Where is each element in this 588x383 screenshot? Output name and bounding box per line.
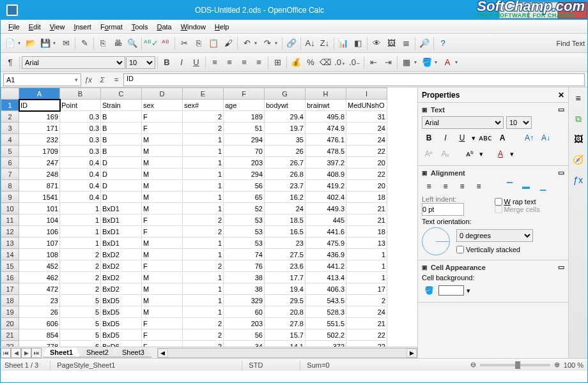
cell[interactable]: 5 — [60, 295, 101, 306]
collapse-icon[interactable]: ▣ — [422, 264, 428, 271]
preview-icon[interactable]: 🔍 — [125, 36, 139, 50]
cell[interactable]: F — [142, 214, 183, 226]
col-header-C[interactable]: C — [101, 88, 142, 100]
cell[interactable]: 70 — [224, 146, 265, 157]
cell[interactable]: M — [142, 203, 183, 214]
cell[interactable]: 24 — [346, 134, 387, 146]
cell[interactable]: 16.2 — [265, 192, 306, 203]
cell-bg-icon[interactable]: 🪣 — [422, 283, 436, 297]
cell[interactable]: 2 — [60, 260, 101, 272]
cell[interactable]: 475.9 — [306, 237, 346, 249]
cell[interactable]: D — [101, 157, 142, 169]
align-justify-icon[interactable]: ≡ — [252, 56, 266, 70]
new-doc-icon[interactable]: 📄 — [3, 36, 17, 50]
cell[interactable]: F — [142, 226, 183, 237]
cell[interactable]: MedUNshO — [346, 100, 387, 111]
left-indent-input[interactable] — [422, 203, 464, 216]
row-header-7[interactable]: 7 — [1, 169, 19, 180]
cell[interactable]: BxD1 — [101, 237, 142, 249]
cell[interactable]: B — [101, 146, 142, 157]
cell[interactable]: 108 — [19, 249, 60, 260]
add-decimal-icon[interactable]: .0₊ — [333, 56, 347, 70]
cell[interactable]: 53 — [224, 214, 265, 226]
navigator-icon[interactable]: 👁 — [369, 36, 383, 50]
cell[interactable]: M — [142, 249, 183, 260]
cell[interactable]: 21 — [346, 318, 387, 329]
cell[interactable]: 402.4 — [306, 192, 346, 203]
sb-grow-button[interactable]: A↑ — [522, 131, 536, 145]
cell[interactable]: 397.2 — [306, 157, 346, 169]
cell[interactable]: 22 — [346, 146, 387, 157]
cell[interactable]: 1 — [183, 295, 224, 306]
cell[interactable]: 76 — [224, 260, 265, 272]
cell[interactable]: 20 — [346, 157, 387, 169]
cell[interactable]: 0.4 — [60, 180, 101, 192]
sb-align-right-icon[interactable]: ≡ — [455, 179, 469, 193]
cell[interactable]: 1 — [60, 214, 101, 226]
cell[interactable]: 1 — [183, 272, 224, 283]
cell[interactable]: F — [142, 123, 183, 134]
borders-icon[interactable]: ▦ — [399, 56, 414, 70]
sb-italic-button[interactable]: I — [438, 131, 453, 145]
cell[interactable]: 778 — [19, 341, 60, 347]
cell[interactable]: 107 — [19, 237, 60, 249]
cell[interactable]: 23.6 — [265, 260, 306, 272]
row-header-15[interactable]: 15 — [1, 260, 19, 272]
cell[interactable]: 24 — [346, 306, 387, 318]
cell[interactable]: B — [101, 134, 142, 146]
cell[interactable]: 56 — [224, 329, 265, 341]
italic-button[interactable]: I — [174, 56, 189, 70]
underline-button[interactable]: U — [189, 56, 203, 70]
maximize-button[interactable]: ❐ — [529, 2, 558, 19]
cell[interactable]: 449.3 — [306, 203, 346, 214]
row-header-10[interactable]: 10 — [1, 203, 19, 214]
print-icon[interactable]: 🖶 — [111, 36, 125, 50]
cell[interactable]: 413.4 — [306, 272, 346, 283]
align-left-icon[interactable]: ≡ — [208, 56, 222, 70]
cell[interactable]: 29.5 — [265, 295, 306, 306]
save-icon[interactable]: 💾 — [38, 36, 52, 50]
cell[interactable]: 1 — [346, 260, 387, 272]
cell[interactable]: 22 — [346, 169, 387, 180]
cell[interactable]: 52 — [224, 203, 265, 214]
sheet-tab-sheet1[interactable]: Sheet1 — [43, 348, 80, 357]
cell[interactable]: BxD5 — [101, 318, 142, 329]
cell[interactable]: 372 — [306, 341, 346, 347]
cell[interactable]: 13 — [346, 237, 387, 249]
sb-align-center-icon[interactable]: ≡ — [438, 179, 453, 193]
cell[interactable]: 441.6 — [306, 226, 346, 237]
cell[interactable]: Strain — [101, 100, 142, 111]
cell[interactable]: 0.4 — [60, 192, 101, 203]
row-header-9[interactable]: 9 — [1, 192, 19, 203]
percent-icon[interactable]: % — [304, 56, 318, 70]
menu-tools[interactable]: Tools — [128, 22, 152, 32]
menu-file[interactable]: File — [4, 22, 24, 32]
cell[interactable]: 18 — [346, 192, 387, 203]
sb-shrink-button[interactable]: A↓ — [539, 131, 553, 145]
cell[interactable]: 2 — [183, 329, 224, 341]
merge-cells-icon[interactable]: ⊞ — [270, 56, 284, 70]
del-decimal-icon[interactable]: .0₋ — [348, 56, 362, 70]
sb-strike-button[interactable]: ᴀʙᴄ — [478, 131, 493, 145]
cell[interactable]: 19.7 — [265, 123, 306, 134]
cell[interactable]: sex# — [183, 100, 224, 111]
merge-cells-checkbox[interactable]: Merge cells — [495, 206, 565, 213]
cell[interactable]: D — [101, 180, 142, 192]
row-header-17[interactable]: 17 — [1, 283, 19, 295]
cell[interactable]: 478.5 — [306, 146, 346, 157]
cell[interactable]: 20 — [346, 180, 387, 192]
cell[interactable]: 21 — [346, 214, 387, 226]
col-header-D[interactable]: D — [142, 88, 183, 100]
show-draw-icon[interactable]: ◧ — [351, 36, 365, 50]
menu-format[interactable]: Format — [97, 22, 127, 32]
cell[interactable]: 871 — [19, 180, 60, 192]
cell[interactable]: M — [142, 283, 183, 295]
sb-fontcolor-button[interactable]: A — [493, 147, 507, 161]
tab-first-icon[interactable]: ⏮ — [1, 348, 11, 358]
cell[interactable]: 1 — [183, 146, 224, 157]
cell[interactable]: 247 — [19, 157, 60, 169]
cell[interactable]: 26.7 — [265, 157, 306, 169]
cell[interactable]: 104 — [19, 214, 60, 226]
col-header-H[interactable]: H — [306, 88, 346, 100]
cell[interactable]: BxD2 — [101, 249, 142, 260]
